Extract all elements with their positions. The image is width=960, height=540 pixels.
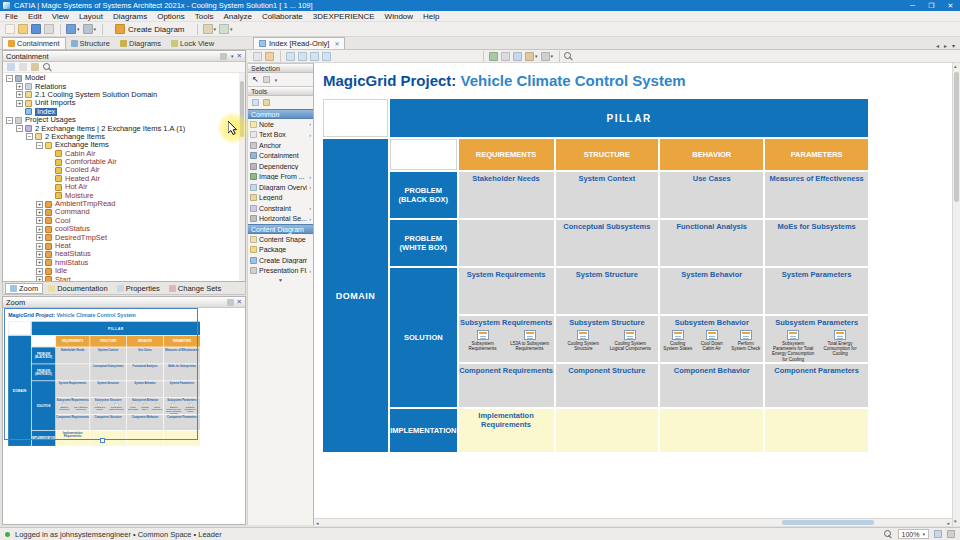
tree-item[interactable]: Moisture bbox=[3, 191, 245, 199]
print-diagram-icon[interactable] bbox=[500, 51, 511, 62]
menu-item[interactable]: Collaborate bbox=[257, 11, 308, 22]
expander-icon[interactable] bbox=[36, 201, 43, 208]
lasso-tool-icon[interactable] bbox=[263, 76, 270, 83]
chevron-right-icon[interactable]: › bbox=[309, 216, 311, 222]
palette-more-icon[interactable]: ▼ bbox=[248, 276, 313, 284]
tab-documentation[interactable]: Documentation bbox=[44, 283, 111, 294]
zoom-icon[interactable] bbox=[884, 530, 893, 539]
tree-item[interactable]: Start bbox=[3, 275, 245, 281]
palette-item[interactable]: Text Box › bbox=[248, 130, 313, 141]
tree-item[interactable]: heatStatus bbox=[3, 250, 245, 258]
zoom-viewport-rectangle[interactable] bbox=[4, 308, 198, 440]
grid-cell[interactable]: Component Requirements bbox=[459, 364, 554, 407]
expander-icon[interactable] bbox=[16, 83, 23, 90]
tab-diagrams[interactable]: Diagrams bbox=[115, 37, 166, 49]
tab-zoom[interactable]: Zoom bbox=[5, 283, 43, 294]
grid-cell[interactable]: MoEs for Subsystems bbox=[765, 220, 868, 266]
tree-item[interactable]: Cool bbox=[3, 217, 245, 225]
create-diagram-button[interactable]: Create Diagram bbox=[109, 22, 190, 36]
palette-item[interactable]: Anchor › bbox=[248, 140, 313, 151]
palette-item[interactable]: Create Diagram › bbox=[248, 255, 313, 266]
expander-icon[interactable] bbox=[6, 75, 13, 82]
tree-item[interactable]: Hot Air bbox=[3, 183, 245, 191]
subsystem-artifact[interactable]: Perform System Check bbox=[730, 330, 761, 352]
save-icon[interactable] bbox=[30, 23, 42, 35]
grid-cell[interactable]: System Requirements bbox=[459, 268, 554, 314]
grid-cell[interactable]: Stakeholder Needs bbox=[459, 172, 554, 218]
menu-item[interactable]: 3DEXPERIENCE bbox=[308, 11, 380, 22]
tree-item[interactable]: coolStatus bbox=[3, 225, 245, 233]
panel-close-icon[interactable]: ✕ bbox=[237, 52, 242, 60]
new-project-icon[interactable] bbox=[4, 23, 16, 35]
pin-icon[interactable] bbox=[227, 299, 234, 306]
grid-cell[interactable]: Subsystem Requirements Subsystem Require… bbox=[459, 316, 554, 362]
horizontal-scrollbar-thumb[interactable] bbox=[782, 520, 874, 525]
palette-item[interactable]: Content Shape › bbox=[248, 234, 313, 245]
open-project-icon[interactable] bbox=[17, 23, 29, 35]
expander-icon[interactable] bbox=[26, 133, 33, 140]
subsystem-artifact[interactable]: Subsystem Requirements bbox=[461, 330, 505, 352]
minimize-button[interactable]: ─ bbox=[903, 0, 922, 11]
menu-item[interactable]: View bbox=[47, 11, 74, 22]
fit-to-window-icon[interactable] bbox=[934, 530, 942, 538]
grid-cell[interactable] bbox=[660, 409, 763, 452]
grid-row-label[interactable]: PROBLEM (WHITE BOX) bbox=[390, 220, 456, 266]
validation-icon[interactable]: ▾ bbox=[202, 23, 218, 35]
selection-mode-icon[interactable] bbox=[252, 51, 263, 62]
expander-icon[interactable] bbox=[6, 117, 13, 124]
full-screen-icon[interactable] bbox=[947, 530, 955, 538]
diagram-options-icon[interactable]: ▾ bbox=[540, 51, 555, 62]
expander-icon[interactable] bbox=[36, 217, 43, 224]
scroll-up-icon[interactable]: ▴ bbox=[954, 63, 957, 69]
chevron-right-icon[interactable]: › bbox=[309, 184, 311, 190]
expand-all-icon[interactable] bbox=[7, 63, 15, 71]
tree-scrollbar-thumb[interactable] bbox=[240, 81, 244, 137]
dropdown-arrow-icon[interactable]: ▾ bbox=[231, 53, 234, 59]
redo-icon[interactable]: ▾ bbox=[82, 23, 98, 35]
grid-cell[interactable]: Subsystem Behavior Cooling System States… bbox=[660, 316, 763, 362]
show-grid-icon[interactable] bbox=[512, 51, 523, 62]
chevron-right-icon[interactable]: › bbox=[309, 121, 311, 127]
tree-item-2-exchange-items[interactable]: 2 Exchange Items bbox=[3, 133, 245, 141]
zoom-selection-icon[interactable] bbox=[321, 51, 332, 62]
panel-close-icon[interactable]: ✕ bbox=[237, 298, 242, 306]
tab-properties[interactable]: Properties bbox=[113, 283, 164, 294]
subsystem-artifact[interactable]: Cooling System States bbox=[662, 330, 693, 352]
grid-row-label[interactable]: PROBLEM (BLACK BOX) bbox=[390, 172, 456, 218]
grid-cell[interactable]: System Behavior bbox=[660, 268, 763, 314]
menu-item[interactable]: Options bbox=[152, 11, 190, 22]
scroll-tabs-right-icon[interactable]: ▸ bbox=[944, 42, 947, 49]
palette-section-tools[interactable]: Tools bbox=[248, 86, 313, 96]
expander-icon[interactable] bbox=[16, 125, 23, 132]
expander-icon[interactable] bbox=[36, 142, 43, 149]
menu-item[interactable]: Window bbox=[380, 11, 418, 22]
expander-icon[interactable] bbox=[36, 234, 43, 241]
palette-item[interactable]: Presentation Fl... › bbox=[248, 266, 313, 277]
expander-icon[interactable] bbox=[36, 209, 43, 216]
menu-item[interactable]: Layout bbox=[74, 11, 108, 22]
tree-item[interactable]: Comfortable Air bbox=[3, 158, 245, 166]
scroll-right-icon[interactable]: ▸ bbox=[947, 520, 950, 526]
grid-cell[interactable]: Implementation Requirements bbox=[459, 409, 554, 452]
tree-item[interactable]: hmiStatus bbox=[3, 259, 245, 267]
vertical-scrollbar-thumb[interactable] bbox=[954, 72, 959, 202]
tab-change-sets[interactable]: Change Sets bbox=[165, 283, 225, 294]
subsystem-artifact[interactable]: Cooling System Logical Components bbox=[608, 330, 652, 352]
grid-cell[interactable]: Component Parameters bbox=[765, 364, 868, 407]
pan-tool-icon[interactable] bbox=[263, 99, 270, 106]
menu-item[interactable]: Tools bbox=[190, 11, 219, 22]
grid-column-header[interactable]: REQUIREMENTS bbox=[459, 139, 554, 170]
grid-column-header[interactable]: PARAMETERS bbox=[765, 139, 868, 170]
grid-cell[interactable] bbox=[556, 409, 659, 452]
zoom-tool-icon[interactable] bbox=[252, 99, 259, 106]
menu-item[interactable]: Edit bbox=[23, 11, 47, 22]
pointer-tool-icon[interactable]: ↖ bbox=[252, 76, 259, 84]
expander-icon[interactable] bbox=[36, 226, 43, 233]
grid-cell[interactable]: Use Cases bbox=[660, 172, 763, 218]
tree-item[interactable]: DesiredTmpSet bbox=[3, 233, 245, 241]
subsystem-artifact[interactable]: L53A to Subsystem Requirements bbox=[508, 330, 552, 352]
palette-item[interactable]: Constraint › bbox=[248, 203, 313, 214]
grid-cell[interactable]: Component Behavior bbox=[660, 364, 763, 407]
tree-item[interactable]: Heat bbox=[3, 242, 245, 250]
tree-item-exchange-items[interactable]: Exchange Items bbox=[3, 141, 245, 149]
